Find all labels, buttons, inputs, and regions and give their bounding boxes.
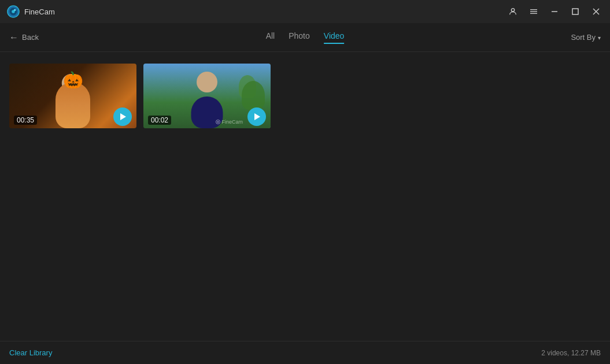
pumpkin-icon: 🎃: [63, 70, 83, 90]
content-area: 🎃 00:35 00:02 FineCam: [0, 52, 610, 341]
video-duration: 00:02: [148, 116, 171, 125]
app-name: FineCam: [24, 8, 55, 16]
title-bar-left: FineCam: [7, 5, 55, 18]
sort-by-label: Sort By: [571, 33, 596, 42]
svg-marker-12: [120, 113, 126, 120]
tab-photo[interactable]: Photo: [289, 31, 310, 44]
account-button[interactable]: [504, 2, 522, 21]
play-button[interactable]: [113, 107, 132, 126]
foliage-decoration: [242, 81, 265, 110]
toolbar: ← Back All Photo Video Sort By ▾: [0, 23, 610, 52]
app-logo: [7, 5, 20, 18]
watermark-label: FineCam: [216, 119, 243, 125]
back-button[interactable]: ← Back: [9, 32, 39, 43]
person-head: [197, 72, 217, 92]
svg-point-4: [511, 9, 514, 12]
clear-library-button[interactable]: Clear Library: [9, 348, 52, 357]
back-arrow-icon: ←: [9, 32, 19, 43]
video-duration: 00:35: [14, 116, 37, 125]
tab-video[interactable]: Video: [324, 31, 345, 44]
tab-all[interactable]: All: [266, 31, 275, 44]
library-stats: 2 videos, 12.27 MB: [541, 349, 601, 357]
minimize-button[interactable]: [545, 2, 564, 21]
tabs: All Photo Video: [266, 31, 345, 44]
svg-point-14: [217, 121, 219, 123]
svg-point-3: [14, 9, 16, 11]
video-item[interactable]: 🎃 00:35: [9, 64, 136, 128]
svg-rect-9: [572, 9, 578, 14]
back-label: Back: [22, 33, 39, 42]
play-button[interactable]: [247, 107, 266, 126]
video-grid: 🎃 00:35 00:02 FineCam: [9, 64, 601, 128]
title-bar: FineCam: [0, 0, 610, 23]
close-button[interactable]: [587, 2, 605, 21]
sort-by-button[interactable]: Sort By ▾: [571, 33, 601, 42]
chevron-down-icon: ▾: [598, 35, 601, 41]
footer: Clear Library 2 videos, 12.27 MB: [0, 341, 610, 364]
svg-marker-15: [254, 113, 260, 120]
menu-button[interactable]: [524, 2, 543, 21]
title-bar-controls: [504, 2, 605, 21]
video-item[interactable]: 00:02 FineCam: [143, 64, 271, 128]
restore-button[interactable]: [566, 2, 585, 21]
